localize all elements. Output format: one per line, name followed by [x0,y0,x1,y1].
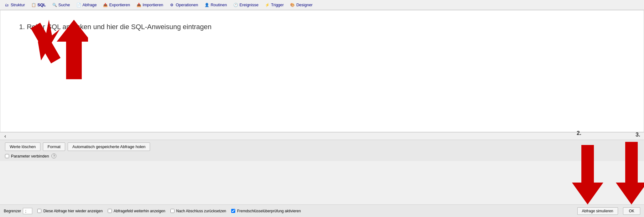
struktur-icon: 🗂 [4,3,9,8]
nav-item-operationen[interactable]: ⚙ Operationen [166,1,201,9]
ereignisse-icon: 🕐 [233,3,238,8]
bottom-toolbar: Werte löschen Format Automatisch gespeic… [0,140,644,161]
cb4-item: Fremdschlüsselüberprüfung aktivieren [231,209,301,213]
nav-item-abfrage[interactable]: 📄 Abfrage [73,1,100,9]
begrenzer-item: Begrenzer [4,208,32,214]
abfrage-icon: 📄 [76,3,81,8]
sql-icon: 📋 [31,3,36,8]
foreign-key-check-checkbox[interactable] [231,209,235,213]
cb1-item: Diese Abfrage hier wieder anzeigen [37,209,102,213]
nav-item-importieren[interactable]: 📥 Importieren [133,1,166,9]
importieren-icon: 📥 [136,3,141,8]
trigger-icon: ⚡ [265,3,270,8]
keep-query-field-checkbox[interactable] [108,209,112,213]
nav-item-trigger[interactable]: ⚡ Trigger [262,1,287,9]
clear-values-button[interactable]: Werte löschen [5,142,40,151]
suche-icon: 🔍 [52,3,57,8]
status-bar: Begrenzer Diese Abfrage hier wieder anze… [0,204,644,217]
begrenzer-input[interactable] [23,208,32,214]
scroll-left-btn[interactable]: ‹ [3,133,8,139]
operationen-icon: ⚙ [169,3,174,8]
cb2-label: Abfragefeld weiterhin anzeigen [114,209,165,213]
nav-item-exportieren[interactable]: 📤 Exportieren [100,1,133,9]
format-button[interactable]: Format [43,142,65,151]
nav-item-suche[interactable]: 🔍 Suche [49,1,73,9]
cb4-label: Fremdschlüsselüberprüfung aktivieren [237,209,301,213]
annotation-3: 3. [636,132,640,138]
routinen-icon: 👤 [204,3,209,8]
annotation-2: 2. [577,130,581,137]
reset-after-checkbox[interactable] [170,209,174,213]
cb3-label: Nach Abschluss zurücksetzen [176,209,226,213]
toolbar-buttons-row: Werte löschen Format Automatisch gespeic… [5,142,639,151]
cb1-label: Diese Abfrage hier wieder anzeigen [43,209,102,213]
nav-item-designer[interactable]: 🎨 Designer [287,1,316,9]
nav-item-routinen[interactable]: 👤 Routinen [201,1,230,9]
cb3-item: Nach Abschluss zurücksetzen [170,209,226,213]
page-wrapper: 🗂 Struktur 📋 SQL 🔍 Suche 📄 Abfrage 📤 Exp… [0,0,644,217]
params-connect-checkbox[interactable] [5,154,9,158]
nav-item-ereignisse[interactable]: 🕐 Ereignisse [230,1,262,9]
cb2-item: Abfragefeld weiterhin anzeigen [108,209,165,213]
sql-editor-area[interactable]: 1. Reiter SQL anklicken und hier die SQL… [0,10,644,132]
nav-item-struktur[interactable]: 🗂 Struktur [1,1,28,9]
params-connect-label[interactable]: Parameter verbinden [5,154,49,158]
autosave-query-button[interactable]: Automatisch gespeicherte Abfrage holen [68,142,150,151]
nav-item-sql[interactable]: 📋 SQL [28,1,49,9]
show-query-again-checkbox[interactable] [37,209,41,213]
help-icon[interactable]: ? [51,153,56,158]
nav-bar: 🗂 Struktur 📋 SQL 🔍 Suche 📄 Abfrage 📤 Exp… [0,0,644,10]
toolbar-options-row: Parameter verbinden ? [5,153,639,158]
simulate-query-button[interactable]: Abfrage simulieren [577,207,618,215]
scroll-row: ‹ 2. [0,132,644,140]
begrenzer-label: Begrenzer [4,209,21,213]
exportieren-icon: 📤 [103,3,108,8]
ok-button[interactable]: OK [623,207,640,215]
instruction-text: 1. Reiter SQL anklicken und hier die SQL… [0,10,644,44]
designer-icon: 🎨 [290,3,295,8]
